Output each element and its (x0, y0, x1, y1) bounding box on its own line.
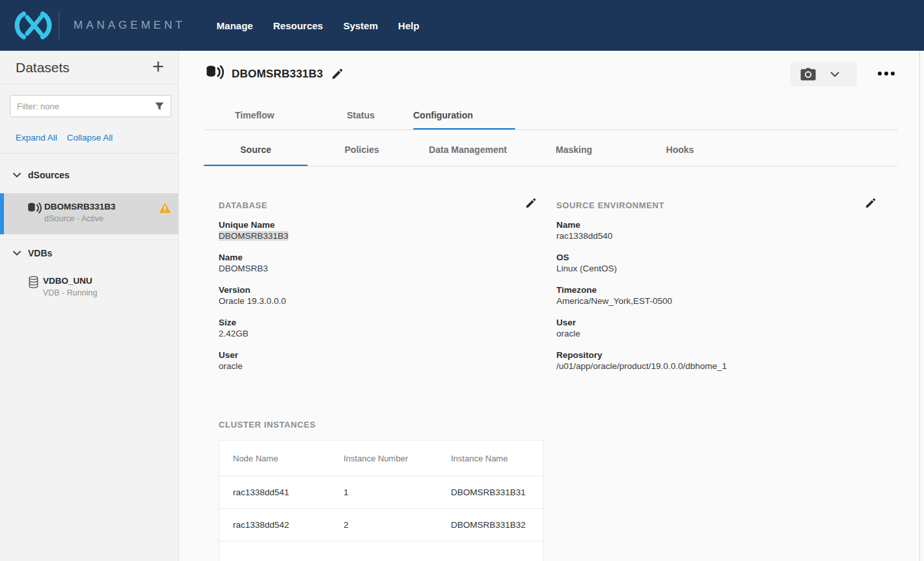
expand-all-link[interactable]: Expand All (16, 133, 57, 143)
snapshot-button[interactable] (791, 62, 857, 87)
field-value: DBOMSRB331B3 (219, 231, 288, 241)
tabs-divider (205, 130, 898, 130)
group-label: dSources (28, 170, 70, 180)
cell-instance-number: 2 (344, 520, 451, 530)
field-user: User oracle (219, 349, 505, 372)
vdb-database-icon (29, 276, 38, 291)
source-environment-section-heading: SOURCE ENVIRONMENT (556, 200, 664, 210)
warning-icon[interactable] (159, 202, 171, 216)
item-status: VDB - Running (43, 288, 97, 297)
field-label: Unique Name (219, 219, 505, 230)
field-label: User (556, 317, 843, 328)
cluster-instances-heading: CLUSTER INSTANCES (219, 420, 316, 430)
sidebar-title: Datasets (16, 60, 70, 75)
field-size: Size 2.42GB (219, 317, 505, 339)
delphix-logo-icon[interactable] (10, 8, 56, 42)
page-title-row: DBOMSRB331B3 (206, 65, 343, 83)
subtab-source[interactable]: Source (204, 137, 308, 167)
item-name: VDBO_UNU (43, 276, 92, 286)
chevron-down-icon (830, 72, 839, 77)
subtab-hooks[interactable]: Hooks (628, 137, 732, 167)
field-label: Size (219, 317, 505, 328)
edit-database-pencil-icon[interactable] (526, 198, 536, 208)
subtabs-divider (204, 166, 898, 167)
item-name: DBOMSRB331B3 (44, 202, 116, 212)
nav-item-help[interactable]: Help (398, 20, 420, 31)
chevron-down-icon (13, 251, 21, 256)
cell-node-name: rac1338dd541 (219, 487, 344, 497)
nav-item-resources[interactable]: Resources (273, 20, 323, 31)
page-title: DBOMSRB331B3 (232, 68, 323, 81)
nav-menu: Manage Resources System Help (217, 20, 419, 31)
source-environment-fields: Name rac1338dd540 OS Linux (CentOS) Time… (556, 219, 843, 382)
cell-instance-number: 1 (344, 487, 451, 497)
tab-status[interactable]: Status (347, 104, 375, 130)
field-env-name: Name rac1338dd540 (556, 219, 843, 241)
sidebar-item-dbomsrb331b3[interactable]: DBOMSRB331B3 dSource - Active (0, 193, 178, 234)
chevron-down-icon (13, 172, 21, 178)
field-label: Name (219, 252, 505, 263)
cell-node-name: rac1338dd542 (219, 520, 344, 530)
more-actions-ellipsis-icon[interactable] (874, 68, 899, 79)
filter-input[interactable] (17, 102, 155, 111)
field-value: oracle (556, 328, 843, 339)
field-name: Name DBOMSRB3 (219, 252, 505, 274)
item-status: dSource - Active (44, 214, 103, 223)
column-header-instance-number: Instance Number (344, 454, 451, 463)
cell-instance-name: DBOMSRB331B32 (451, 520, 544, 530)
dsource-icon (206, 65, 224, 83)
collapse-all-link[interactable]: Collapse All (67, 133, 113, 143)
subtab-policies[interactable]: Policies (310, 137, 414, 167)
table-header-row: Node Name Instance Number Instance Name (219, 441, 543, 476)
product-name: MANAGEMENT (74, 19, 185, 32)
database-section-heading: DATABASE (219, 200, 267, 210)
field-unique-name: Unique Name DBOMSRB331B3 (219, 219, 505, 241)
add-dataset-button[interactable]: + (152, 56, 164, 78)
group-label: VDBs (28, 248, 52, 258)
field-label: OS (556, 252, 843, 263)
sidebar-header: Datasets + (0, 51, 178, 85)
subtab-masking[interactable]: Masking (522, 137, 626, 167)
field-label: Repository (556, 349, 843, 361)
sidebar-group-vdbs[interactable]: VDBs (0, 244, 178, 262)
field-version: Version Oracle 19.3.0.0.0 (219, 284, 505, 307)
scrollbar-track[interactable] (919, 51, 920, 561)
field-value: Oracle 19.3.0.0.0 (219, 295, 505, 307)
tab-timeflow[interactable]: Timeflow (235, 104, 274, 130)
datasets-sidebar: Datasets + Expand All Collapse All dSour… (0, 51, 179, 561)
sidebar-divider (0, 153, 178, 154)
edit-title-pencil-icon[interactable] (332, 68, 343, 79)
filter-funnel-icon[interactable] (155, 102, 164, 111)
dsource-icon (27, 202, 42, 217)
top-navbar: MANAGEMENT Manage Resources System Help (0, 0, 924, 51)
field-label: User (219, 349, 505, 361)
field-label: Version (219, 284, 505, 295)
field-value: DBOMSRB3 (219, 263, 505, 274)
dataset-filter (10, 95, 171, 117)
navbar-divider (59, 11, 59, 40)
field-repository: Repository /u01/app/oracle/product/19.0.… (556, 349, 843, 372)
field-label: Name (556, 219, 843, 230)
column-header-node-name: Node Name (219, 454, 344, 463)
sidebar-item-vdbo-unu[interactable]: VDBO_UNU VDB - Running (0, 273, 178, 306)
table-row: rac1338dd542 2 DBOMSRB331B32 (219, 509, 543, 541)
camera-icon (800, 68, 816, 81)
field-value: /u01/app/oracle/product/19.0.0.0/dbhome_… (556, 361, 843, 372)
field-timezone: Timezone America/New_York,EST-0500 (556, 284, 843, 307)
nav-item-manage[interactable]: Manage (217, 20, 253, 31)
edit-source-environment-pencil-icon[interactable] (865, 198, 876, 208)
table-row: rac1338dd541 1 DBOMSRB331B31 (219, 476, 543, 509)
field-value: America/New_York,EST-0500 (556, 295, 843, 307)
main-content: DBOMSRB331B3 Timeflow Status Configurati… (179, 51, 924, 561)
field-env-user: User oracle (556, 317, 843, 339)
nav-item-system[interactable]: System (343, 20, 377, 31)
field-value: rac1338dd540 (556, 230, 843, 241)
field-label: Timezone (556, 284, 843, 295)
cell-instance-name: DBOMSRB331B31 (451, 487, 544, 497)
cluster-instances-table: Node Name Instance Number Instance Name … (219, 440, 543, 561)
tab-configuration[interactable]: Configuration (413, 104, 473, 130)
sidebar-divider (0, 239, 178, 240)
sidebar-group-dsources[interactable]: dSources (0, 166, 178, 184)
subtab-data-management[interactable]: Data Management (416, 137, 520, 167)
field-value: oracle (219, 361, 505, 372)
